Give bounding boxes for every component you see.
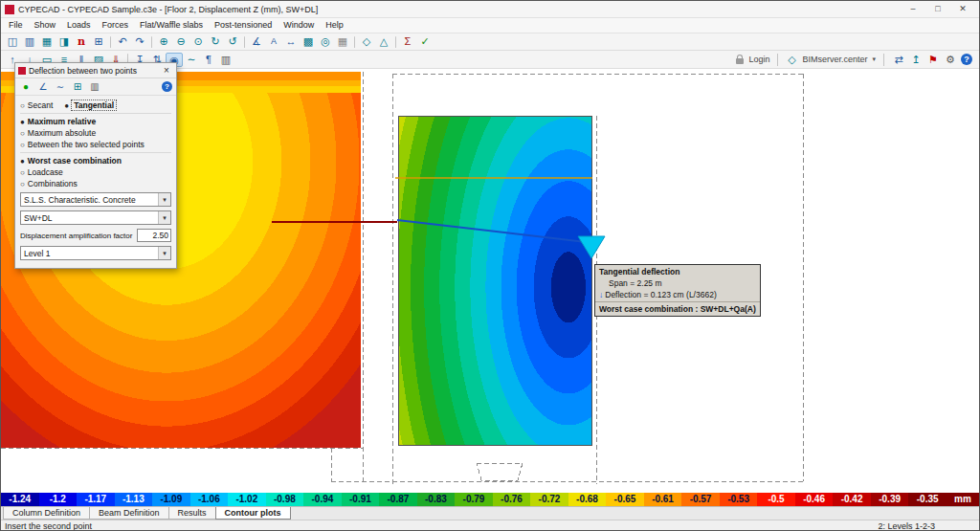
redraw-icon[interactable]: ↻ [207,34,224,49]
measure-icon[interactable]: ∡ [248,34,265,49]
values-table-icon[interactable]: ⊞ [71,80,84,93]
secant-line-icon[interactable]: ∠ [36,80,50,93]
redo-icon[interactable]: ↷ [131,34,148,49]
scale-value: -0.72 [530,493,568,506]
zoom-window-icon[interactable]: ⊙ [189,34,207,49]
undo-icon[interactable]: ↶ [114,34,131,49]
separator [244,36,245,48]
object-snap-icon[interactable]: ◎ [317,34,334,49]
menu-item[interactable]: Flat/Waffle slabs [134,18,209,33]
previous-zoom-icon[interactable]: ↺ [224,34,241,49]
tab[interactable]: Contour plots [215,507,291,520]
views-icon[interactable]: ◇ [358,34,375,49]
grid-icon[interactable]: ▦ [334,34,351,49]
scale-value: -0.68 [568,493,607,506]
amplification-factor-input[interactable]: 2.50 [137,229,171,242]
radio-maximum-absolute[interactable]: ○Maximum absolute [20,128,171,138]
dialog-help-icon[interactable]: ? [162,81,172,92]
cype-news-icon[interactable]: n [73,34,90,49]
minimize-button[interactable]: – [901,1,925,17]
combination-select[interactable]: SW+DL ▾ [20,210,171,225]
radio-label: Tangential [72,100,116,110]
bim-upload-icon[interactable]: ↥ [909,53,923,67]
menu-item[interactable]: Loads [61,18,97,33]
radio-loadcase[interactable]: ○Loadcase [20,167,171,177]
menu-item[interactable]: Show [29,18,62,33]
chevron-down-icon: ▾ [158,247,170,259]
tooltip-span: Span = 2.25 m [595,277,760,289]
bim-sync-icon[interactable]: ⇄ [892,53,905,67]
separator [110,36,111,48]
tab[interactable]: Results [168,507,216,520]
tables-icon[interactable]: ⊞ [90,34,107,49]
maximize-button[interactable]: □ [925,1,950,17]
window-title: CYPECAD - CYPECAD Sample.c3e - [Floor 2,… [18,5,318,14]
dialog-close-button[interactable]: × [160,65,173,76]
separator [354,36,355,48]
level-select[interactable]: Level 1 ▾ [20,246,171,260]
close-button[interactable]: ✕ [950,1,975,17]
dialog-toolbar: ●∠∼⊞▥? [15,78,176,96]
print-icon[interactable]: ▥ [21,34,38,49]
radio-secant[interactable]: ○Secant [20,100,53,110]
tab[interactable]: Column Definition [3,507,90,520]
chevron-down-icon[interactable]: ▾ [872,55,876,63]
tab[interactable]: Beam Definition [89,507,169,520]
calculate-icon[interactable]: Σ [399,34,416,49]
scale-value: -1.17 [77,493,115,506]
menu-item[interactable]: Post-tensioned [209,18,278,33]
layers-icon[interactable]: ▩ [300,34,317,49]
dashed-opening-outline [477,463,523,480]
dimension-icon[interactable]: ↔ [282,34,300,49]
print-plan-icon[interactable]: ▥ [217,53,234,67]
menu-item[interactable]: Help [320,18,349,33]
combination-value: SW+DL [24,213,53,223]
settings-icon[interactable]: ⚙ [944,53,957,67]
check-icon[interactable]: ✓ [416,34,434,49]
limit-state-value: S.L.S. Characteristic. Concrete [24,195,136,205]
zoom-out-icon[interactable]: ⊖ [172,34,189,49]
dialog-body: ○Secant●Tangential ●Maximum relative○Max… [15,96,176,268]
limit-state-select[interactable]: S.L.S. Characteristic. Concrete ▾ [20,192,171,207]
bimserver-center-button[interactable]: BIMserver.center [802,55,867,64]
login-button[interactable]: Login [748,55,769,64]
help-icon[interactable]: ? [961,54,972,65]
radio-icon: ● [20,118,25,126]
scale-value: -0.57 [681,493,720,506]
first-point-icon[interactable]: ● [19,80,33,93]
dialog-titlebar: Deflection between two points × [15,63,176,78]
radio-icon: ○ [20,141,25,149]
3d-view-icon[interactable]: △ [375,34,392,49]
menu-item[interactable]: Window [278,18,320,33]
menu-item[interactable]: Forces [97,18,135,33]
text-icon[interactable]: A [265,34,282,49]
report-icon[interactable]: ¶ [200,53,217,67]
radio-worst-case[interactable]: ●Worst case combination [20,156,171,166]
radio-tangential[interactable]: ●Tangential [64,100,116,110]
general-data-icon[interactable]: ◨ [56,34,73,49]
deflection-icon[interactable]: ∼ [183,53,200,67]
scale-value: -0.53 [720,493,758,506]
bim-flag-icon[interactable]: ⚑ [926,53,940,67]
tangent-line-icon[interactable]: ∼ [54,80,67,93]
separator [151,36,152,48]
status-levels: 2: Levels 1-2-3 [878,521,935,531]
bimserver-icon: ◇ [786,53,797,67]
load-case-group: ●Worst case combination○Loadcase○Combina… [20,156,171,188]
scale-value: -0.35 [908,493,947,506]
level-value: Level 1 [24,249,50,258]
radio-combinations[interactable]: ○Combinations [20,179,171,188]
down-arrow-icon: ↓ [599,290,603,299]
radio-maximum-relative[interactable]: ●Maximum relative [20,117,171,126]
radio-between-two-points[interactable]: ○Between the two selected points [20,140,171,149]
scale-value: -0.76 [493,493,531,506]
scale-value: -1.02 [228,493,266,506]
scale-value: -0.79 [455,493,493,506]
menu-item[interactable]: File [3,18,29,33]
job-data-icon[interactable]: ▦ [38,34,56,49]
radio-label: Maximum absolute [28,128,96,138]
radio-icon: ○ [20,129,25,138]
save-icon[interactable]: ◫ [4,34,21,49]
zoom-in-icon[interactable]: ⊕ [155,34,172,49]
print-view-icon[interactable]: ▥ [88,80,101,93]
